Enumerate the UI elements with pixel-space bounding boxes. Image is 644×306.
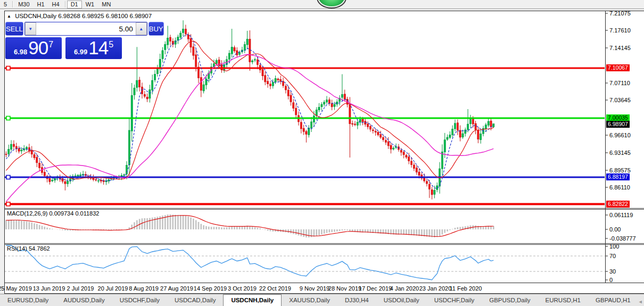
green-dot-core xyxy=(319,0,344,6)
date-label: 22 Oct 2019 xyxy=(259,285,291,292)
timeframe-w1[interactable]: W1 xyxy=(82,1,98,9)
ohlc-values: 6.98268 6.98925 6.98100 6.98907 xyxy=(58,13,152,19)
tab-usdchf-daily[interactable]: USDCHF,Daily xyxy=(112,295,167,306)
axis-tick-label: 6.86110 xyxy=(609,184,630,191)
date-label: 13 Jun 2019 xyxy=(33,285,65,292)
buy-button[interactable]: BUY xyxy=(148,22,164,36)
tab-xauusd-daily[interactable]: XAUUSD,Daily xyxy=(282,295,337,306)
tab-eurusd-daily[interactable]: EURUSD,Daily xyxy=(0,295,56,306)
buy-price-big: 14 xyxy=(88,38,108,57)
axis-tick-label: 30 xyxy=(609,268,616,275)
date-label: 3 Oct 2019 xyxy=(228,285,257,292)
date-label: 25 May 2019 xyxy=(0,285,32,292)
tab-audusd-daily[interactable]: AUDUSD,Daily xyxy=(56,295,112,306)
axis-tick-label: 70 xyxy=(609,253,616,259)
date-label: 9 Nov 2019 xyxy=(300,285,329,292)
date-label: 20 Jul 2019 xyxy=(98,285,128,292)
tab-usdcad-daily[interactable]: USDCAD,Daily xyxy=(167,295,223,306)
rsi-label: RSI(14) 54.7862 xyxy=(7,245,50,252)
date-label: 2 Jul 2019 xyxy=(67,285,94,292)
axis-tick-label: 6.89575 xyxy=(609,167,631,173)
date-label: 17 Dec 2019 xyxy=(359,285,392,292)
price-badge-7.10067: 7.10067 xyxy=(606,64,630,71)
price-badge-6.82822: 6.82822 xyxy=(606,201,630,208)
one-click-trade-panel: SELL ▼ ▲ BUY 6.98 90 7 6.99 14 5 xyxy=(5,22,122,59)
sell-price-box[interactable]: 6.98 90 7 xyxy=(5,37,62,59)
tab-gbpaud-h1[interactable]: GBPAUD,H1 xyxy=(588,295,638,306)
date-label: 8 Aug 2019 xyxy=(129,285,159,292)
timeframe-m30[interactable]: M30 xyxy=(14,1,33,9)
date-label: 28 Nov 2019 xyxy=(328,285,361,292)
volume-increase-button[interactable]: ▲ xyxy=(136,22,147,35)
timeframe-5[interactable]: 5 xyxy=(0,1,11,9)
toolbar-separator xyxy=(12,1,13,7)
axis-tick-label: 0.061119 xyxy=(609,212,633,218)
sell-price-big: 90 xyxy=(28,38,48,57)
date-label: 4 Jan 2020 xyxy=(390,285,419,292)
timeframe-h1[interactable]: H1 xyxy=(34,1,48,9)
axis-tick-label: 7.17610 xyxy=(609,27,631,34)
date-label: 23 Jan 2020 xyxy=(419,285,452,292)
tab-scroll-left-icon[interactable]: ◄ xyxy=(638,299,643,304)
tab-dj30-h4[interactable]: DJ30,H4 xyxy=(337,295,376,306)
timeframe-d1[interactable]: D1 xyxy=(67,1,82,9)
axis-tick-label: 7.03645 xyxy=(609,97,631,103)
timeframe-mn[interactable]: MN xyxy=(98,1,114,9)
tab-gbpusd-daily[interactable]: GBPUSD,Daily xyxy=(482,295,538,306)
axis-tick-label: 7.07110 xyxy=(609,80,630,86)
symbol-period-label: USDCNH,Daily xyxy=(15,13,56,19)
tab-usdcnh-daily[interactable]: USDCNH,Daily xyxy=(223,294,282,306)
buy-price-sup: 5 xyxy=(109,40,113,49)
date-label: 11 Feb 2020 xyxy=(450,285,482,292)
macd-label: MACD(12,26,9) 0.009734 0.011832 xyxy=(7,210,99,217)
tab-usdoil-daily[interactable]: USDOil,Daily xyxy=(376,295,427,306)
volume-spinner: ▼ ▲ xyxy=(24,22,147,36)
volume-decrease-button[interactable]: ▼ xyxy=(25,22,36,35)
axis-tick-label: -0.038777 xyxy=(609,235,636,242)
collapse-triangle-icon[interactable]: ▲ xyxy=(7,14,11,19)
date-label: 14 Sep 2019 xyxy=(194,285,227,292)
axis-tick-label: 7.14145 xyxy=(609,45,631,51)
toolbar-separator xyxy=(65,1,65,7)
axis-tick-label: 0.00 xyxy=(609,226,621,233)
symbol-tab-bar: EURUSD,DailyAUDUSD,DailyUSDCHF,DailyUSDC… xyxy=(0,294,644,306)
axis-tick-label: 100 xyxy=(609,243,619,250)
axis-tick-label: 6.96610 xyxy=(609,132,631,138)
axis-tick-label: 7.21075 xyxy=(609,10,631,16)
sell-price-small: 6.98 xyxy=(14,48,27,56)
chart-title: ▲ USDCNH,Daily 6.98268 6.98925 6.98100 6… xyxy=(7,13,152,19)
volume-input[interactable] xyxy=(36,22,136,35)
buy-price-box[interactable]: 6.99 14 5 xyxy=(65,37,122,59)
sell-button[interactable]: SELL xyxy=(5,22,23,36)
buy-price-small: 6.99 xyxy=(74,48,87,56)
price-badge-6.98907: 6.98907 xyxy=(606,121,630,128)
tab-eurusd-h1[interactable]: EURUSD,H1 xyxy=(538,295,588,306)
timeframe-h4[interactable]: H4 xyxy=(48,1,63,9)
date-label: 27 Aug 2019 xyxy=(160,285,193,292)
sell-price-sup: 7 xyxy=(48,40,53,49)
axis-tick-label: 6.93145 xyxy=(609,150,631,156)
tab-usdchf-daily[interactable]: USDCHF,Daily xyxy=(427,295,482,306)
axis-tick-label: 0 xyxy=(609,277,613,283)
price-badge-6.88197: 6.88197 xyxy=(606,173,630,180)
